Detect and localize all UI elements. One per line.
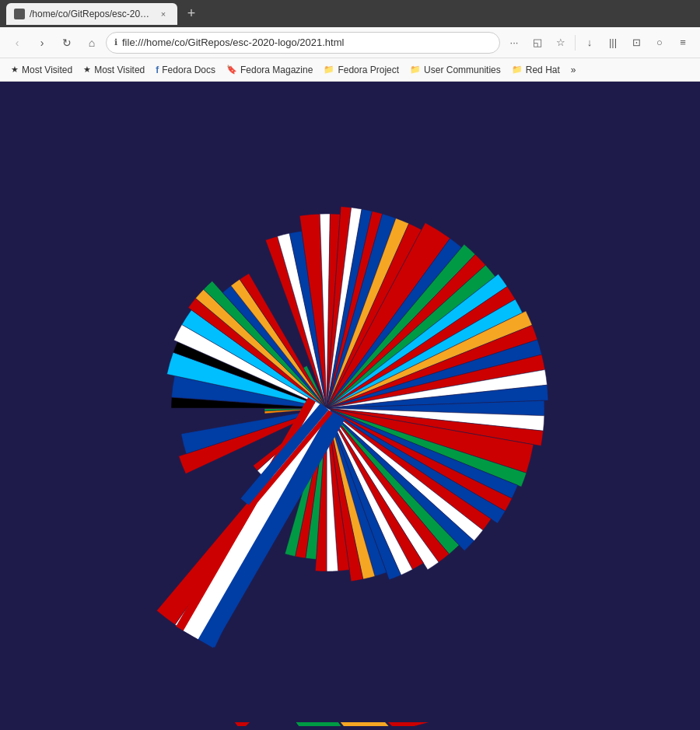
bookmark-most-visited-1[interactable]: ★ Most Visited xyxy=(6,61,77,79)
tab-title: /home/co/GitRepos/esc-202... xyxy=(30,9,152,19)
library-button[interactable]: ||| xyxy=(602,32,624,54)
pocket-button[interactable]: ◱ xyxy=(527,32,548,54)
title-bar: /home/co/GitRepos/esc-202... × + xyxy=(0,0,700,27)
active-tab[interactable]: /home/co/GitRepos/esc-202... × xyxy=(6,3,177,25)
synced-tabs-button[interactable]: ⊡ xyxy=(625,32,647,54)
bookmark-red-hat[interactable]: 📁 Red Hat xyxy=(507,61,565,79)
tab-favicon xyxy=(14,9,25,19)
flag-chart-canvas xyxy=(0,82,700,722)
home-button[interactable]: ⌂ xyxy=(81,32,103,54)
lock-icon: ℹ xyxy=(114,37,117,47)
folder-icon-1: 📁 xyxy=(324,65,334,75)
magazine-icon: 🔖 xyxy=(226,65,237,75)
menu-button[interactable]: ≡ xyxy=(672,32,694,54)
toolbar-right: ··· ◱ ☆ ↓ ||| ⊡ ○ ≡ xyxy=(503,32,694,54)
bookmark-label-6: User Communities xyxy=(424,65,501,75)
download-button[interactable]: ↓ xyxy=(579,32,600,54)
fedora-icon: f xyxy=(156,65,159,75)
bookmark-label-4: Fedora Magazine xyxy=(240,65,313,75)
bookmark-label-5: Fedora Project xyxy=(338,65,399,75)
bookmarks-bar: ★ Most Visited ★ Most Visited f Fedora D… xyxy=(0,58,700,82)
forward-button[interactable]: › xyxy=(31,32,53,54)
bookmark-label-2: Most Visited xyxy=(94,65,145,75)
bookmark-user-communities[interactable]: 📁 User Communities xyxy=(405,61,506,79)
bookmark-label-3: Fedora Docs xyxy=(162,65,215,75)
profile-button[interactable]: ○ xyxy=(649,32,670,54)
new-tab-button[interactable]: + xyxy=(180,3,202,25)
bookmark-fedora-project[interactable]: 📁 Fedora Project xyxy=(319,61,404,79)
navigation-toolbar: ‹ › ↻ ⌂ ℹ file:///home/co/GitRepos/esc-2… xyxy=(0,27,700,58)
separator xyxy=(575,35,576,51)
bookmark-label-7: Red Hat xyxy=(526,65,560,75)
address-bar[interactable]: ℹ file:///home/co/GitRepos/esc-2020-logo… xyxy=(106,32,500,54)
star-icon-1: ★ xyxy=(11,65,19,75)
bookmark-label-1: Most Visited xyxy=(22,65,72,75)
star-button[interactable]: ☆ xyxy=(550,32,572,54)
tab-close-button[interactable]: × xyxy=(157,8,170,20)
bookmarks-more-button[interactable]: » xyxy=(566,61,581,79)
url-text: file:///home/co/GitRepos/esc-2020-logo/2… xyxy=(122,37,492,48)
bookmark-fedora-docs[interactable]: f Fedora Docs xyxy=(151,61,220,79)
bookmark-most-visited-2[interactable]: ★ Most Visited xyxy=(79,61,149,79)
more-bookmarks-label: » xyxy=(571,65,576,75)
star-icon-2: ★ xyxy=(83,65,91,75)
folder-icon-2: 📁 xyxy=(410,65,421,75)
folder-icon-3: 📁 xyxy=(512,65,523,75)
page-content xyxy=(0,82,700,730)
browser-window: /home/co/GitRepos/esc-202... × + ‹ › ↻ ⌂… xyxy=(0,0,700,730)
more-button[interactable]: ··· xyxy=(503,32,525,54)
back-button[interactable]: ‹ xyxy=(6,32,28,54)
reload-button[interactable]: ↻ xyxy=(56,32,78,54)
bookmark-fedora-magazine[interactable]: 🔖 Fedora Magazine xyxy=(222,61,317,79)
